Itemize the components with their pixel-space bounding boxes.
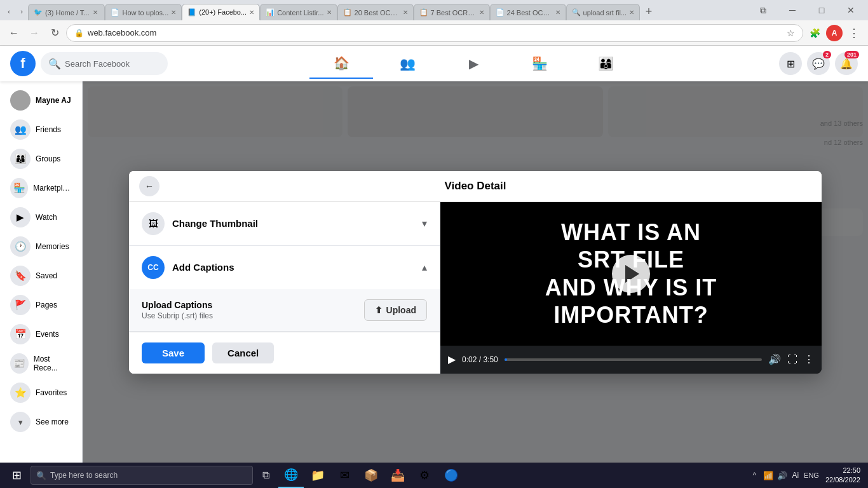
taskbar-app-edge[interactable]: 🌐	[278, 463, 304, 488]
taskbar-app-explorer[interactable]: 📁	[305, 463, 330, 488]
facebook-logo[interactable]: f	[10, 51, 36, 76]
tab-5-close[interactable]: ✕	[403, 9, 408, 16]
taskbar-app-settings[interactable]: ⚙	[412, 463, 437, 488]
tab-7-close[interactable]: ✕	[555, 9, 560, 16]
dialog-back-button[interactable]: ←	[139, 176, 159, 196]
nav-video[interactable]: ▶	[442, 48, 505, 79]
browser-tab-4[interactable]: 📊 Content Listir... ✕	[260, 4, 337, 20]
sidebar-favorites-label: Favorites	[36, 388, 67, 397]
tab-6-label: 7 Best OCR S...	[431, 9, 477, 17]
messenger-button[interactable]: 💬 2	[807, 52, 830, 75]
address-bar[interactable]: 🔒 web.facebook.com ☆	[66, 24, 803, 42]
facebook-search-box[interactable]: 🔍 Search Facebook	[41, 52, 168, 75]
add-captions-label: Add Captions	[172, 262, 414, 273]
change-thumbnail-header[interactable]: 🖼 Change Thumbnail ▾	[129, 202, 440, 245]
tab-6-close[interactable]: ✕	[479, 9, 484, 16]
video-play-btn[interactable]: ▶	[448, 353, 456, 365]
nav-home[interactable]: 🏠	[309, 48, 373, 79]
tab-8-close[interactable]: ✕	[629, 9, 634, 16]
browser-tab-5[interactable]: 📋 20 Best OCR ... ✕	[337, 4, 414, 20]
nav-groups[interactable]: 👨‍👩‍👦	[574, 48, 637, 79]
new-tab-button[interactable]: +	[640, 3, 658, 20]
maximize-btn[interactable]: □	[807, 0, 836, 20]
browser-tab-8[interactable]: 🔍 upload srt fil... ✕	[566, 4, 640, 20]
tray-caret[interactable]: ^	[749, 470, 760, 481]
play-button-overlay[interactable]	[612, 255, 650, 293]
browser-tab-2[interactable]: 📄 How to uplos... ✕	[105, 4, 182, 20]
tab-2-close[interactable]: ✕	[171, 9, 176, 16]
notifications-button[interactable]: 🔔 201	[835, 52, 858, 75]
profile-btn[interactable]: A	[826, 25, 843, 41]
restore-window-btn[interactable]: ⧉	[749, 0, 778, 20]
bookmark-icon[interactable]: ☆	[787, 28, 795, 38]
tab-4-close[interactable]: ✕	[327, 9, 332, 16]
forward-button[interactable]: →	[25, 24, 43, 42]
taskbar-app-dropbox[interactable]: 📥	[385, 463, 410, 488]
sidebar-seemore-label: See more	[36, 417, 69, 426]
facebook-nav: 🏠 👥 ▶ 🏪 👨‍👩‍👦	[173, 48, 774, 79]
sidebar-item-groups[interactable]: 👨‍👩‍👦 Groups	[5, 145, 77, 173]
sidebar-item-profile[interactable]: Mayne AJ	[5, 86, 77, 114]
sidebar-item-seemore[interactable]: ▾ See more	[5, 408, 77, 436]
add-captions-body: Upload Captions Use Subrip (.srt) files …	[129, 289, 440, 331]
sidebar-item-friends[interactable]: 👥 Friends	[5, 116, 77, 144]
browser-tab-6[interactable]: 📋 7 Best OCR S... ✕	[414, 4, 490, 20]
sidebar-item-saved[interactable]: 🔖 Saved	[5, 262, 77, 290]
taskbar-clock: 22:50 22/08/2022	[823, 466, 863, 485]
volume-tray-icon[interactable]: 🔊	[776, 470, 788, 481]
sidebar-marketplace-label: Marketplac...	[33, 184, 72, 193]
sidebar-item-favorites[interactable]: ⭐ Favorites	[5, 379, 77, 407]
tab-arrow-right[interactable]: ›	[15, 3, 28, 20]
upload-captions-button[interactable]: ⬆ Upload	[364, 299, 427, 321]
tab-1-close[interactable]: ✕	[92, 8, 99, 17]
sidebar-saved-label: Saved	[36, 271, 57, 280]
video-time: 0:02 / 3:50	[462, 355, 498, 364]
apps-button[interactable]: ⊞	[779, 52, 802, 75]
minimize-btn[interactable]: ─	[778, 0, 807, 20]
taskbar-app-amazon[interactable]: 📦	[358, 463, 384, 488]
ai-label[interactable]: Ai	[790, 471, 800, 480]
save-button[interactable]: Save	[142, 342, 205, 363]
sidebar-item-marketplace[interactable]: 🏪 Marketplac...	[5, 174, 77, 202]
network-icon[interactable]: 📶	[763, 470, 774, 481]
sidebar-item-pages[interactable]: 🚩 Pages	[5, 291, 77, 319]
sidebar-item-mostrecent[interactable]: 📰 Most Rece...	[5, 349, 77, 377]
volume-btn[interactable]: 🔊	[768, 353, 781, 365]
extensions-btn[interactable]: 🧩	[806, 24, 824, 42]
browser-tab-1[interactable]: 🐦 (3) Home / T... ✕	[28, 4, 105, 20]
language-indicator[interactable]: ENG	[803, 471, 820, 479]
nav-friends[interactable]: 👥	[376, 48, 439, 79]
upload-captions-info: Upload Captions Use Subrip (.srt) files	[142, 300, 213, 320]
sidebar-item-events[interactable]: 📅 Events	[5, 320, 77, 348]
facebook-body: Mayne AJ 👥 Friends 👨‍👩‍👦 Groups 🏪 Market…	[0, 81, 868, 463]
tab-7-favicon: 📄	[496, 8, 505, 17]
taskbar-search-box[interactable]: 🔍 Type here to search	[31, 466, 253, 485]
sidebar-profile-label: Mayne AJ	[36, 96, 71, 105]
memories-icon: 🕐	[10, 236, 31, 257]
more-options-btn[interactable]: ⋮	[804, 353, 814, 365]
fullscreen-btn[interactable]: ⛶	[787, 354, 797, 365]
browser-tab-7[interactable]: 📄 24 Best OCR ... ✕	[490, 4, 566, 20]
settings-btn[interactable]: ⋮	[845, 24, 863, 42]
tab-3-close[interactable]: ✕	[249, 9, 254, 16]
tab-8-favicon: 🔍	[572, 8, 581, 17]
start-button[interactable]: ⊞	[3, 463, 31, 488]
add-captions-header[interactable]: CC Add Captions ▴	[129, 246, 440, 289]
tab-2-label: How to uplos...	[122, 9, 168, 17]
taskbar-task-view[interactable]: ⧉	[253, 463, 278, 488]
sidebar-mostrecent-label: Most Rece...	[34, 355, 72, 372]
facebook-layout: f 🔍 Search Facebook 🏠 👥 ▶ 🏪 👨‍👩‍👦 ⊞ 💬 2 …	[0, 46, 868, 463]
close-window-btn[interactable]: ✕	[836, 0, 865, 20]
cancel-button[interactable]: Cancel	[212, 342, 274, 363]
sidebar-item-watch[interactable]: ▶ Watch	[5, 203, 77, 231]
nav-marketplace[interactable]: 🏪	[508, 48, 571, 79]
sidebar-friends-label: Friends	[36, 125, 61, 134]
taskbar-app-mail[interactable]: ✉	[332, 463, 357, 488]
back-button[interactable]: ←	[5, 24, 23, 42]
progress-bar[interactable]	[505, 358, 762, 361]
sidebar-item-memories[interactable]: 🕐 Memories	[5, 233, 77, 261]
browser-tab-3[interactable]: 📘 (20+) Facebo... ✕	[182, 4, 260, 20]
tab-arrow-left[interactable]: ‹	[3, 3, 15, 20]
taskbar-app-chrome[interactable]: 🔵	[438, 463, 464, 488]
reload-button[interactable]: ↻	[46, 24, 64, 42]
